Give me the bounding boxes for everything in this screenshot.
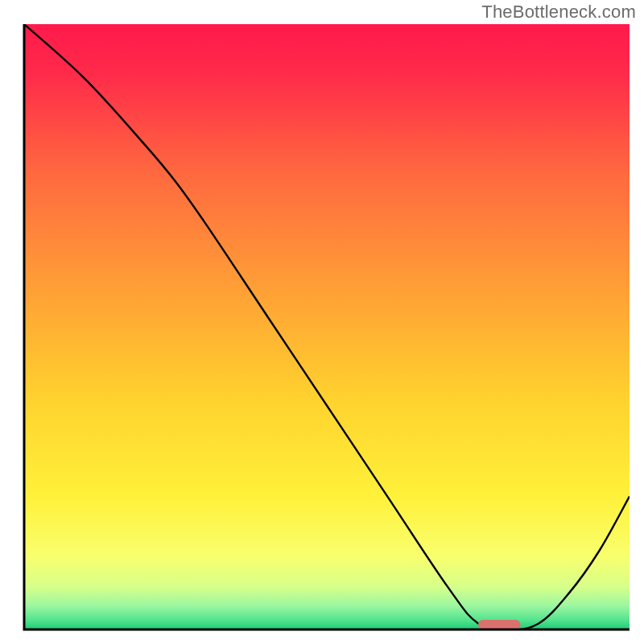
bottleneck-chart bbox=[0, 0, 644, 644]
chart-container: TheBottleneck.com bbox=[0, 0, 644, 644]
watermark-text: TheBottleneck.com bbox=[481, 2, 636, 23]
optimal-marker bbox=[478, 620, 521, 630]
gradient-background bbox=[24, 24, 630, 630]
